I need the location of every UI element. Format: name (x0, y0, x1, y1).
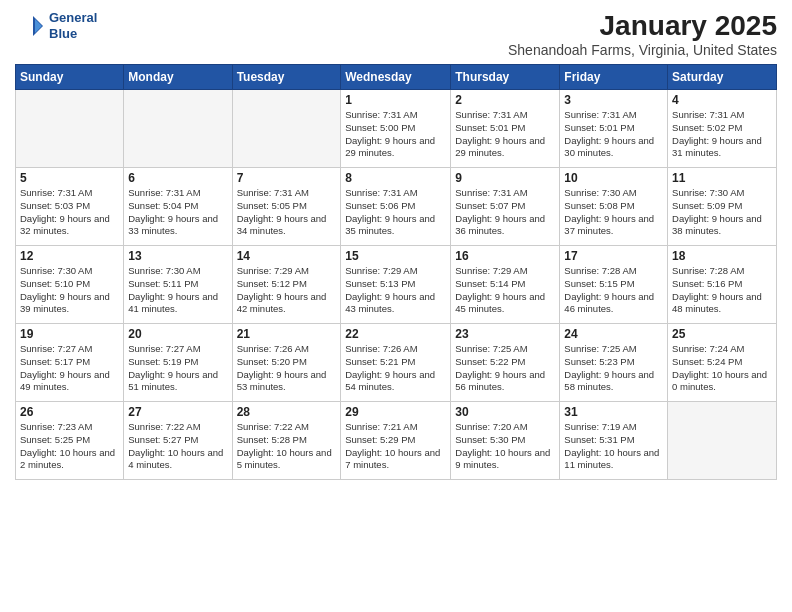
calendar-cell: 9Sunrise: 7:31 AMSunset: 5:07 PMDaylight… (451, 168, 560, 246)
col-wednesday: Wednesday (341, 65, 451, 90)
calendar-cell (232, 90, 341, 168)
calendar-cell: 20Sunrise: 7:27 AMSunset: 5:19 PMDayligh… (124, 324, 232, 402)
day-info: Sunrise: 7:29 AMSunset: 5:12 PMDaylight:… (237, 265, 337, 316)
calendar-cell: 25Sunrise: 7:24 AMSunset: 5:24 PMDayligh… (668, 324, 777, 402)
calendar-table: Sunday Monday Tuesday Wednesday Thursday… (15, 64, 777, 480)
day-number: 26 (20, 405, 119, 419)
week-row-2: 5Sunrise: 7:31 AMSunset: 5:03 PMDaylight… (16, 168, 777, 246)
calendar-cell: 19Sunrise: 7:27 AMSunset: 5:17 PMDayligh… (16, 324, 124, 402)
logo-text: General Blue (49, 10, 97, 41)
day-info: Sunrise: 7:31 AMSunset: 5:01 PMDaylight:… (455, 109, 555, 160)
day-info: Sunrise: 7:19 AMSunset: 5:31 PMDaylight:… (564, 421, 663, 472)
week-row-4: 19Sunrise: 7:27 AMSunset: 5:17 PMDayligh… (16, 324, 777, 402)
col-friday: Friday (560, 65, 668, 90)
day-number: 12 (20, 249, 119, 263)
calendar-cell: 3Sunrise: 7:31 AMSunset: 5:01 PMDaylight… (560, 90, 668, 168)
day-info: Sunrise: 7:21 AMSunset: 5:29 PMDaylight:… (345, 421, 446, 472)
day-info: Sunrise: 7:28 AMSunset: 5:16 PMDaylight:… (672, 265, 772, 316)
calendar-cell: 22Sunrise: 7:26 AMSunset: 5:21 PMDayligh… (341, 324, 451, 402)
day-info: Sunrise: 7:25 AMSunset: 5:22 PMDaylight:… (455, 343, 555, 394)
day-info: Sunrise: 7:30 AMSunset: 5:08 PMDaylight:… (564, 187, 663, 238)
day-info: Sunrise: 7:31 AMSunset: 5:06 PMDaylight:… (345, 187, 446, 238)
calendar-cell: 6Sunrise: 7:31 AMSunset: 5:04 PMDaylight… (124, 168, 232, 246)
day-number: 31 (564, 405, 663, 419)
title-area: January 2025 Shenandoah Farms, Virginia,… (508, 10, 777, 58)
calendar-cell: 31Sunrise: 7:19 AMSunset: 5:31 PMDayligh… (560, 402, 668, 480)
calendar-cell: 26Sunrise: 7:23 AMSunset: 5:25 PMDayligh… (16, 402, 124, 480)
col-tuesday: Tuesday (232, 65, 341, 90)
calendar-title: January 2025 (508, 10, 777, 42)
day-info: Sunrise: 7:27 AMSunset: 5:19 PMDaylight:… (128, 343, 227, 394)
day-number: 21 (237, 327, 337, 341)
calendar-cell: 1Sunrise: 7:31 AMSunset: 5:00 PMDaylight… (341, 90, 451, 168)
day-info: Sunrise: 7:30 AMSunset: 5:10 PMDaylight:… (20, 265, 119, 316)
day-number: 22 (345, 327, 446, 341)
logo: General Blue (15, 10, 97, 41)
week-row-1: 1Sunrise: 7:31 AMSunset: 5:00 PMDaylight… (16, 90, 777, 168)
day-info: Sunrise: 7:27 AMSunset: 5:17 PMDaylight:… (20, 343, 119, 394)
col-saturday: Saturday (668, 65, 777, 90)
calendar-cell: 7Sunrise: 7:31 AMSunset: 5:05 PMDaylight… (232, 168, 341, 246)
calendar-cell: 11Sunrise: 7:30 AMSunset: 5:09 PMDayligh… (668, 168, 777, 246)
day-number: 17 (564, 249, 663, 263)
week-row-3: 12Sunrise: 7:30 AMSunset: 5:10 PMDayligh… (16, 246, 777, 324)
day-info: Sunrise: 7:29 AMSunset: 5:14 PMDaylight:… (455, 265, 555, 316)
calendar-cell: 4Sunrise: 7:31 AMSunset: 5:02 PMDaylight… (668, 90, 777, 168)
calendar-header-row: Sunday Monday Tuesday Wednesday Thursday… (16, 65, 777, 90)
week-row-5: 26Sunrise: 7:23 AMSunset: 5:25 PMDayligh… (16, 402, 777, 480)
day-number: 4 (672, 93, 772, 107)
day-info: Sunrise: 7:31 AMSunset: 5:02 PMDaylight:… (672, 109, 772, 160)
day-number: 16 (455, 249, 555, 263)
calendar-cell: 23Sunrise: 7:25 AMSunset: 5:22 PMDayligh… (451, 324, 560, 402)
calendar-cell: 14Sunrise: 7:29 AMSunset: 5:12 PMDayligh… (232, 246, 341, 324)
day-number: 11 (672, 171, 772, 185)
day-number: 2 (455, 93, 555, 107)
calendar-cell: 18Sunrise: 7:28 AMSunset: 5:16 PMDayligh… (668, 246, 777, 324)
day-info: Sunrise: 7:23 AMSunset: 5:25 PMDaylight:… (20, 421, 119, 472)
calendar-cell: 24Sunrise: 7:25 AMSunset: 5:23 PMDayligh… (560, 324, 668, 402)
calendar-cell: 17Sunrise: 7:28 AMSunset: 5:15 PMDayligh… (560, 246, 668, 324)
day-number: 13 (128, 249, 227, 263)
day-info: Sunrise: 7:24 AMSunset: 5:24 PMDaylight:… (672, 343, 772, 394)
day-info: Sunrise: 7:20 AMSunset: 5:30 PMDaylight:… (455, 421, 555, 472)
day-number: 3 (564, 93, 663, 107)
calendar-cell: 8Sunrise: 7:31 AMSunset: 5:06 PMDaylight… (341, 168, 451, 246)
col-sunday: Sunday (16, 65, 124, 90)
day-info: Sunrise: 7:29 AMSunset: 5:13 PMDaylight:… (345, 265, 446, 316)
calendar-cell (668, 402, 777, 480)
day-info: Sunrise: 7:31 AMSunset: 5:05 PMDaylight:… (237, 187, 337, 238)
header: General Blue January 2025 Shenandoah Far… (15, 10, 777, 58)
calendar-cell: 27Sunrise: 7:22 AMSunset: 5:27 PMDayligh… (124, 402, 232, 480)
day-info: Sunrise: 7:31 AMSunset: 5:00 PMDaylight:… (345, 109, 446, 160)
day-info: Sunrise: 7:22 AMSunset: 5:28 PMDaylight:… (237, 421, 337, 472)
day-number: 30 (455, 405, 555, 419)
day-number: 14 (237, 249, 337, 263)
day-info: Sunrise: 7:22 AMSunset: 5:27 PMDaylight:… (128, 421, 227, 472)
day-number: 27 (128, 405, 227, 419)
calendar-cell: 2Sunrise: 7:31 AMSunset: 5:01 PMDaylight… (451, 90, 560, 168)
calendar-cell: 16Sunrise: 7:29 AMSunset: 5:14 PMDayligh… (451, 246, 560, 324)
day-number: 19 (20, 327, 119, 341)
calendar-cell: 15Sunrise: 7:29 AMSunset: 5:13 PMDayligh… (341, 246, 451, 324)
day-number: 23 (455, 327, 555, 341)
calendar-cell: 10Sunrise: 7:30 AMSunset: 5:08 PMDayligh… (560, 168, 668, 246)
day-info: Sunrise: 7:25 AMSunset: 5:23 PMDaylight:… (564, 343, 663, 394)
calendar-cell: 21Sunrise: 7:26 AMSunset: 5:20 PMDayligh… (232, 324, 341, 402)
day-number: 9 (455, 171, 555, 185)
calendar-cell: 12Sunrise: 7:30 AMSunset: 5:10 PMDayligh… (16, 246, 124, 324)
day-number: 8 (345, 171, 446, 185)
calendar-cell: 30Sunrise: 7:20 AMSunset: 5:30 PMDayligh… (451, 402, 560, 480)
logo-icon (15, 11, 45, 41)
day-number: 20 (128, 327, 227, 341)
day-number: 7 (237, 171, 337, 185)
day-number: 6 (128, 171, 227, 185)
col-thursday: Thursday (451, 65, 560, 90)
day-info: Sunrise: 7:30 AMSunset: 5:09 PMDaylight:… (672, 187, 772, 238)
day-info: Sunrise: 7:26 AMSunset: 5:21 PMDaylight:… (345, 343, 446, 394)
day-number: 18 (672, 249, 772, 263)
calendar-subtitle: Shenandoah Farms, Virginia, United State… (508, 42, 777, 58)
day-info: Sunrise: 7:31 AMSunset: 5:07 PMDaylight:… (455, 187, 555, 238)
day-number: 15 (345, 249, 446, 263)
day-number: 29 (345, 405, 446, 419)
calendar-cell: 29Sunrise: 7:21 AMSunset: 5:29 PMDayligh… (341, 402, 451, 480)
